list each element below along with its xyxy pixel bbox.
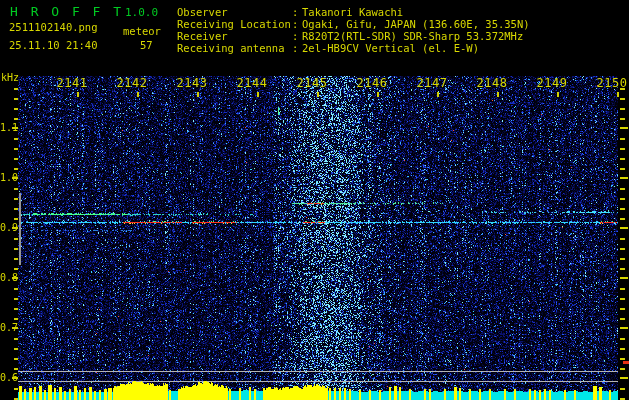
y-tick-label: 1.0	[0, 173, 17, 183]
info-value: R820T2(RTL-SDR) SDR-Sharp 53.372MHz	[302, 31, 523, 42]
x-tick-label: 2144	[232, 77, 272, 89]
info-value: 2el-HB9CV Vertical (el. E-W)	[302, 43, 479, 54]
info-separator: :	[292, 7, 298, 18]
x-tick-label: 2148	[472, 77, 512, 89]
info-separator: :	[292, 43, 298, 54]
y-tick-label: 0.8	[0, 273, 17, 283]
y-tick-label: 0.9	[0, 223, 17, 233]
y-axis-unit-label: kHz	[1, 73, 19, 83]
app-version: 1.0.0	[125, 6, 158, 19]
info-label: Receiver	[177, 31, 228, 42]
file-name: 2511102140.png	[9, 22, 98, 33]
app-title: H R O F F T	[10, 4, 124, 19]
y-tick-label: 0.6	[0, 373, 17, 383]
x-tick-label: 2147	[412, 77, 452, 89]
datetime-label: 25.11.10 21:40	[9, 40, 98, 51]
x-tick-label: 2142	[112, 77, 152, 89]
info-label: Observer	[177, 7, 228, 18]
info-value: Takanori Kawachi	[302, 7, 403, 18]
info-separator: :	[292, 31, 298, 42]
echo-count: 57	[140, 40, 153, 51]
x-tick-label: 2146	[352, 77, 392, 89]
x-tick-label: 2149	[532, 77, 572, 89]
x-tick-label: 2150	[592, 77, 629, 89]
x-tick-label: 2145	[292, 77, 332, 89]
mode-label: meteor	[123, 26, 161, 37]
info-label: Receiving Location	[177, 19, 291, 30]
info-separator: :	[292, 19, 298, 30]
info-label: Receiving antenna	[177, 43, 284, 54]
x-tick-label: 2143	[172, 77, 212, 89]
spectrogram-canvas	[0, 0, 629, 400]
y-tick-label: 0.7	[0, 323, 17, 333]
info-value: Ogaki, Gifu, JAPAN (136.60E, 35.35N)	[302, 19, 530, 30]
y-tick-label: 1.1	[0, 123, 17, 133]
hrofft-screen: H R O F F T 1.0.0 2511102140.png meteor …	[0, 0, 629, 400]
x-tick-label: 2141	[52, 77, 92, 89]
